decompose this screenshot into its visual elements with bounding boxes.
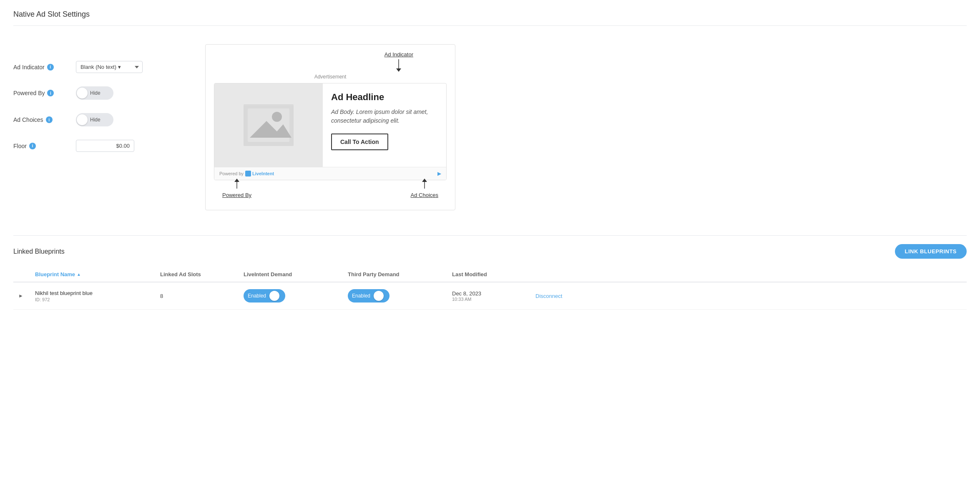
liveintent-demand-toggle[interactable]: Enabled xyxy=(244,289,285,303)
row-expand-icon[interactable]: ► xyxy=(13,293,30,299)
powered-by-info-icon[interactable]: i xyxy=(47,90,54,96)
ad-footer: Powered by LiveIntent ▶ xyxy=(214,167,446,180)
ad-indicator-label: Ad Indicator i xyxy=(13,64,68,71)
ad-card: Ad Headline Ad Body. Lorem ipsum dolor s… xyxy=(214,83,447,180)
ad-choices-bottom-annotation: Ad Choices xyxy=(411,182,438,200)
link-blueprints-button[interactable]: LINK BLUEPRINTS xyxy=(895,244,967,259)
col-action xyxy=(530,271,967,277)
powered-by-toggle-thumb xyxy=(77,88,88,98)
powered-by-toggle[interactable]: Hide xyxy=(76,86,113,100)
ad-indicator-annotation-arrow xyxy=(390,59,407,72)
ad-choices-label: Ad Choices i xyxy=(13,116,68,123)
blueprint-id: ID: 972 xyxy=(35,297,150,302)
last-modified-date: Dec 8, 2023 xyxy=(452,290,525,297)
ad-choices-annotation-label: Ad Choices xyxy=(411,192,438,198)
liveintent-demand-cell: Enabled xyxy=(239,289,343,303)
col-blueprint-name[interactable]: Blueprint Name ▲ xyxy=(30,271,155,277)
section-header: Linked Blueprints LINK BLUEPRINTS xyxy=(13,244,967,259)
blueprint-name-cell: Nikhil test blueprint blue ID: 972 xyxy=(30,290,155,302)
liveintent-demand-toggle-thumb xyxy=(269,291,279,301)
col-liveintent-demand: LiveIntent Demand xyxy=(239,271,343,277)
ad-card-inner: Ad Headline Ad Body. Lorem ipsum dolor s… xyxy=(214,83,446,167)
advertisement-label: Advertisement xyxy=(214,74,447,80)
sort-arrow-icon: ▲ xyxy=(77,272,81,277)
linked-ad-slots-cell: 8 xyxy=(155,293,239,299)
powered-by-annotation-arrow xyxy=(231,182,243,192)
powered-by-footer: Powered by LiveIntent xyxy=(219,171,274,176)
settings-section: Ad Indicator i Blank (No text) ▾ Adverti… xyxy=(13,36,967,227)
ad-image-placeholder xyxy=(214,83,323,167)
last-modified-cell: Dec 8, 2023 10:33 AM xyxy=(447,290,530,302)
powered-by-label: Powered By i xyxy=(13,90,68,96)
liveintent-text: LiveIntent xyxy=(252,171,274,176)
ad-indicator-annotation-label: Ad Indicator xyxy=(384,51,413,58)
liveintent-logo: LiveIntent xyxy=(245,171,274,176)
ad-preview-container: Ad Indicator Advertisement xyxy=(205,44,455,210)
page-container: Native Ad Slot Settings Ad Indicator i B… xyxy=(0,0,980,479)
ad-indicator-annotation: Ad Indicator xyxy=(384,51,413,72)
linked-blueprints-section: Linked Blueprints LINK BLUEPRINTS Bluepr… xyxy=(13,235,967,310)
ad-indicator-row: Ad Indicator i Blank (No text) ▾ Adverti… xyxy=(13,61,180,73)
bottom-annotations: Powered By Ad Choices xyxy=(214,180,447,202)
powered-by-row: Powered By i Hide xyxy=(13,86,180,100)
third-party-demand-toggle-label: Enabled xyxy=(349,290,374,302)
section-title: Linked Blueprints xyxy=(13,248,65,255)
powered-by-bottom-annotation: Powered By xyxy=(222,182,251,200)
ad-choices-toggle-thumb xyxy=(77,114,88,125)
ad-headline: Ad Headline xyxy=(331,92,438,103)
cta-button[interactable]: Call To Action xyxy=(331,134,388,150)
blueprints-table: Blueprint Name ▲ Linked Ad Slots LiveInt… xyxy=(13,267,967,310)
ad-body: Ad Body. Lorem ipsum dolor sit amet, con… xyxy=(331,108,438,125)
ad-indicator-info-icon[interactable]: i xyxy=(47,64,54,71)
ad-content: Ad Headline Ad Body. Lorem ipsum dolor s… xyxy=(323,83,446,167)
ad-choices-info-icon[interactable]: i xyxy=(46,116,53,123)
table-header: Blueprint Name ▲ Linked Ad Slots LiveInt… xyxy=(13,267,967,282)
svg-marker-1 xyxy=(396,68,401,72)
table-row: ► Nikhil test blueprint blue ID: 972 8 E… xyxy=(13,282,967,310)
ad-choices-footer-icon: ▶ xyxy=(437,171,441,176)
floor-input[interactable] xyxy=(76,140,134,152)
col-linked-ad-slots: Linked Ad Slots xyxy=(155,271,239,277)
liveintent-demand-toggle-label: Enabled xyxy=(244,290,269,302)
ad-choices-toggle[interactable]: Hide xyxy=(76,113,113,126)
col-third-party-demand: Third Party Demand xyxy=(343,271,447,277)
third-party-demand-cell: Enabled xyxy=(343,289,447,303)
svg-point-4 xyxy=(272,112,282,122)
floor-label: Floor i xyxy=(13,143,68,149)
page-title: Native Ad Slot Settings xyxy=(13,10,967,26)
ad-choices-annotation-arrow xyxy=(418,182,431,192)
powered-by-annotation-label: Powered By xyxy=(222,192,251,198)
third-party-demand-toggle[interactable]: Enabled xyxy=(348,289,389,303)
col-last-modified: Last Modified xyxy=(447,271,530,277)
ad-indicator-select[interactable]: Blank (No text) ▾ Advertisement Sponsore… xyxy=(76,61,143,73)
blueprint-name: Nikhil test blueprint blue xyxy=(35,290,150,296)
disconnect-cell: Disconnect xyxy=(530,293,967,299)
ad-choices-row: Ad Choices i Hide xyxy=(13,113,180,126)
last-modified-time: 10:33 AM xyxy=(452,297,525,302)
liveintent-icon xyxy=(245,171,251,176)
disconnect-link[interactable]: Disconnect xyxy=(535,293,562,299)
col-expand xyxy=(13,271,30,277)
placeholder-image-icon xyxy=(244,104,294,146)
floor-info-icon[interactable]: i xyxy=(29,143,36,149)
third-party-demand-toggle-thumb xyxy=(374,291,384,301)
settings-form: Ad Indicator i Blank (No text) ▾ Adverti… xyxy=(13,44,180,210)
floor-row: Floor i xyxy=(13,140,180,152)
